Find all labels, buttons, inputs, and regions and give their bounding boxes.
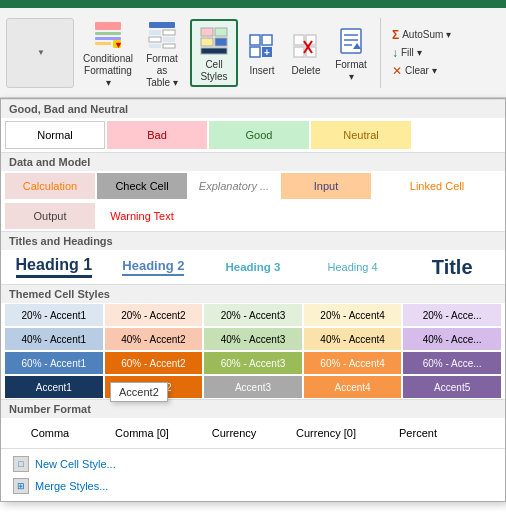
cell-styles-dropdown: Good, Bad and Neutral Normal Bad Good Ne… — [0, 98, 506, 502]
accent-20-4[interactable]: 20% - Accent4 — [304, 304, 402, 326]
accent-40-5[interactable]: 40% - Acce... — [403, 328, 501, 350]
svg-rect-7 — [149, 30, 161, 35]
section-number-header: Number Format — [1, 399, 505, 418]
cell-ref-arrow: ▼ — [37, 48, 45, 57]
accent-20-2[interactable]: 20% - Accent2 — [105, 304, 203, 326]
svg-rect-23 — [294, 35, 304, 45]
section-good-bad-header: Good, Bad and Neutral — [1, 99, 505, 118]
format-as-table-icon — [144, 17, 180, 53]
style-heading2[interactable]: Heading 2 — [105, 252, 203, 282]
insert-icon: + — [244, 29, 280, 65]
right-button-group: Σ AutoSum ▾ ↓ Fill ▾ ✕ Clear ▾ — [389, 27, 454, 79]
svg-rect-19 — [262, 35, 272, 45]
svg-rect-1 — [95, 32, 121, 35]
svg-rect-20 — [250, 47, 260, 57]
svg-rect-18 — [250, 35, 260, 45]
style-neutral[interactable]: Neutral — [311, 121, 411, 149]
data-model-row2: Output Warning Text — [1, 201, 505, 231]
number-row: Comma Comma [0] Currency Currency [0] Pe… — [1, 418, 505, 448]
style-check-cell[interactable]: Check Cell — [97, 173, 187, 199]
style-explanatory[interactable]: Explanatory ... — [189, 173, 279, 199]
merge-styles-label: Merge Styles... — [35, 480, 108, 492]
style-percent[interactable]: Percent — [373, 420, 463, 446]
autosum-button[interactable]: Σ AutoSum ▾ — [389, 27, 454, 43]
delete-label: Delete — [292, 65, 321, 77]
divider-1 — [380, 18, 381, 88]
section-themed-header: Themed Cell Styles — [1, 284, 505, 303]
accent-60-2[interactable]: 60% - Accent2 — [105, 352, 203, 374]
delete-button[interactable]: Delete — [286, 27, 326, 79]
accent-40-3[interactable]: 40% - Accent3 — [204, 328, 302, 350]
style-linked-cell[interactable]: Linked Cell — [373, 173, 501, 199]
titles-row: Heading 1 Heading 2 Heading 3 Heading 4 … — [1, 250, 505, 284]
svg-rect-12 — [163, 44, 175, 48]
format-label: Format ▾ — [334, 59, 368, 83]
style-heading3[interactable]: Heading 3 — [204, 252, 302, 282]
style-comma-0[interactable]: Comma [0] — [97, 420, 187, 446]
accent-60-1[interactable]: 60% - Accent1 — [5, 352, 103, 374]
conditional-formatting-icon: ▼ — [90, 17, 126, 53]
accent-60-3[interactable]: 60% - Accent3 — [204, 352, 302, 374]
accent-5[interactable]: Accent5 — [403, 376, 501, 398]
svg-rect-8 — [163, 30, 175, 35]
fill-button[interactable]: ↓ Fill ▾ — [389, 45, 454, 61]
new-cell-style-label: New Cell Style... — [35, 458, 116, 470]
style-output[interactable]: Output — [5, 203, 95, 229]
accent-40-4[interactable]: 40% - Accent4 — [304, 328, 402, 350]
style-title[interactable]: Title — [403, 252, 501, 282]
style-currency[interactable]: Currency — [189, 420, 279, 446]
format-as-table-button[interactable]: Format asTable ▾ — [138, 15, 186, 91]
accent-40-2[interactable]: 40% - Accent2 — [105, 328, 203, 350]
svg-rect-10 — [163, 37, 175, 42]
accent-40-1[interactable]: 40% - Accent1 — [5, 328, 103, 350]
ribbon-top-bar — [0, 0, 506, 8]
bottom-links-section: □ New Cell Style... ⊞ Merge Styles... — [1, 448, 505, 501]
style-heading4[interactable]: Heading 4 — [304, 252, 402, 282]
clear-label: Clear ▾ — [405, 65, 437, 76]
merge-styles-icon: ⊞ — [13, 478, 29, 494]
svg-rect-16 — [215, 38, 227, 46]
cell-styles-button[interactable]: Cell Styles — [190, 19, 238, 87]
accent-row: Accent1 Accent2 Accent3 Accent4 Accent5 — [1, 375, 505, 399]
accent-60-5[interactable]: 60% - Acce... — [403, 352, 501, 374]
style-comma[interactable]: Comma — [5, 420, 95, 446]
ribbon-toolbar: ▼ ▼ ConditionalFormatting ▾ — [0, 8, 506, 98]
style-heading1[interactable]: Heading 1 — [5, 252, 103, 282]
autosum-icon: Σ — [392, 28, 399, 42]
accent-60-4[interactable]: 60% - Accent4 — [304, 352, 402, 374]
cell-ref-box[interactable]: ▼ — [6, 18, 74, 88]
style-calculation[interactable]: Calculation — [5, 173, 95, 199]
cell-styles-icon — [196, 23, 232, 59]
accent-1[interactable]: Accent1 — [5, 376, 103, 398]
accent-40-row: 40% - Accent1 40% - Accent2 40% - Accent… — [1, 327, 505, 351]
fill-icon: ↓ — [392, 46, 398, 60]
accent-20-1[interactable]: 20% - Accent1 — [5, 304, 103, 326]
style-good[interactable]: Good — [209, 121, 309, 149]
style-normal[interactable]: Normal — [5, 121, 105, 149]
accent2-tooltip: Accent2 — [110, 382, 168, 402]
accent-20-5[interactable]: 20% - Acce... — [403, 304, 501, 326]
data-model-row1: Calculation Check Cell Explanatory ... I… — [1, 171, 505, 201]
merge-styles-link[interactable]: ⊞ Merge Styles... — [9, 475, 497, 497]
conditional-formatting-button[interactable]: ▼ ConditionalFormatting ▾ — [82, 15, 134, 91]
cell-styles-label: Cell Styles — [196, 59, 232, 83]
svg-rect-15 — [201, 38, 213, 46]
autosum-label: AutoSum ▾ — [402, 29, 451, 40]
style-bad[interactable]: Bad — [107, 121, 207, 149]
clear-icon: ✕ — [392, 64, 402, 78]
accent-20-3[interactable]: 20% - Accent3 — [204, 304, 302, 326]
accent-3[interactable]: Accent3 — [204, 376, 302, 398]
svg-rect-11 — [149, 44, 161, 48]
tooltip-text: Accent2 — [119, 386, 159, 398]
conditional-formatting-label: ConditionalFormatting ▾ — [83, 53, 133, 89]
style-input[interactable]: Input — [281, 173, 371, 199]
style-currency-0[interactable]: Currency [0] — [281, 420, 371, 446]
clear-button[interactable]: ✕ Clear ▾ — [389, 63, 454, 79]
style-warning[interactable]: Warning Text — [97, 203, 187, 229]
svg-rect-3 — [95, 42, 111, 45]
fill-label: Fill ▾ — [401, 47, 422, 58]
format-button[interactable]: Format ▾ — [330, 21, 372, 85]
new-cell-style-link[interactable]: □ New Cell Style... — [9, 453, 497, 475]
insert-button[interactable]: + Insert — [242, 27, 282, 79]
accent-4[interactable]: Accent4 — [304, 376, 402, 398]
